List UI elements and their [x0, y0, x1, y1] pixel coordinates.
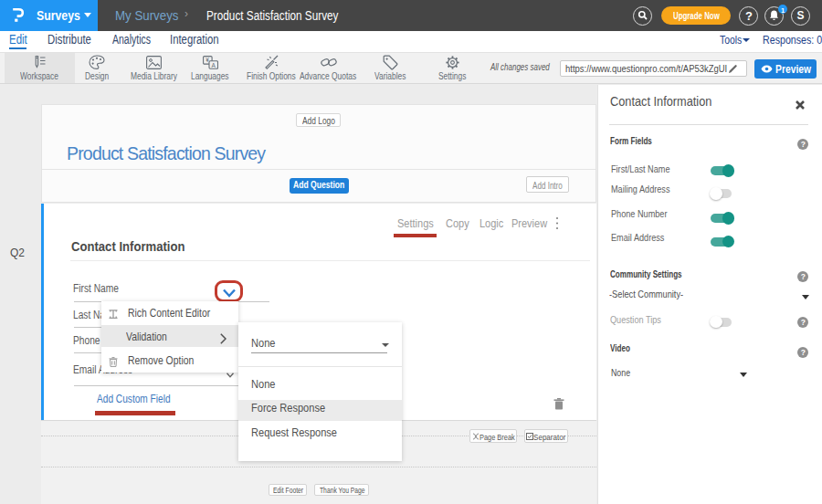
svg-text:?: ? — [801, 140, 806, 149]
svg-text:¥: ¥ — [206, 57, 209, 63]
svg-text:?: ? — [801, 272, 806, 281]
svg-text:A: A — [212, 62, 216, 68]
svg-text:?: ? — [801, 317, 806, 326]
svg-text:?: ? — [801, 347, 806, 356]
